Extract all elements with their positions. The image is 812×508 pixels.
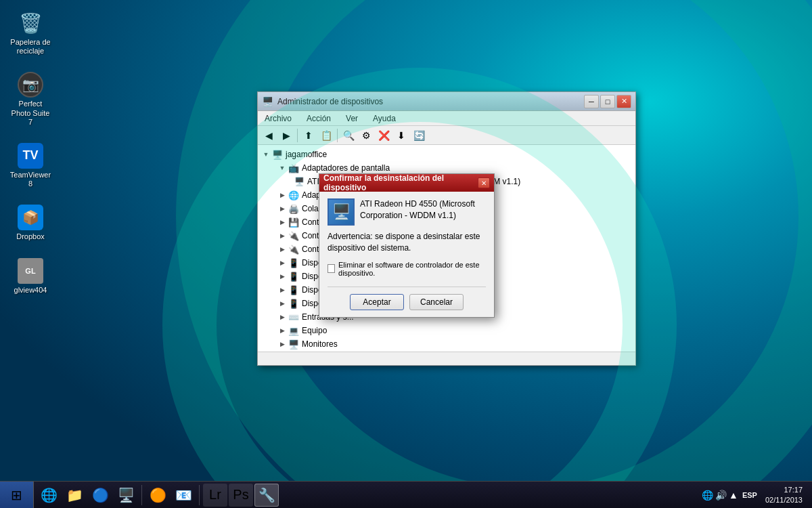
taskbar-clock[interactable]: 17:17 02/11/2013 <box>761 485 807 505</box>
teamviewer-label: TeamViewer 8 <box>9 171 51 188</box>
taskbar-ie[interactable]: 🌐 <box>37 484 61 507</box>
dialog-titlebar[interactable]: Confirmar la desinstalación del disposit… <box>319 174 494 192</box>
device-manager-window: 🖥️ Administrador de dispositivos ─ □ ✕ A… <box>257 91 636 366</box>
taskbar-language[interactable]: ESP <box>742 491 757 499</box>
device-icon: 🖥️ <box>328 198 355 226</box>
dialog-close-button[interactable]: ✕ <box>478 177 490 188</box>
desktop-icons: 🗑️ Papelera de reciclaje 📷 Perfect Photo… <box>7 7 54 297</box>
accept-button[interactable]: Aceptar <box>350 294 404 310</box>
dialog-buttons: Aceptar Cancelar <box>328 294 486 310</box>
tray-action-center[interactable]: ▲ <box>729 490 738 501</box>
glview-label: glview404 <box>14 286 47 295</box>
taskbar-sep-1 <box>141 485 142 505</box>
dialog-separator <box>328 287 486 287</box>
clock-time: 17:17 <box>784 485 803 494</box>
taskbar-outlook[interactable]: 📧 <box>171 484 196 507</box>
glview-desktop-icon[interactable]: GL glview404 <box>7 255 54 297</box>
taskbar-explorer[interactable]: 🖥️ <box>114 484 138 507</box>
tray-volume-icon[interactable]: 🔊 <box>715 490 727 501</box>
taskbar: ⊞ 🌐 📁 🔵 🖥️ 🟠 📧 Lr Ps 🔧 🌐 🔊 ▲ ESP 17:17 <box>0 481 812 508</box>
recycle-bin-icon[interactable]: 🗑️ Papelera de reciclaje <box>7 7 54 58</box>
dialog-overlay: Confirmar la desinstalación del disposit… <box>258 92 635 365</box>
taskbar-msn[interactable]: 🟠 <box>145 484 170 507</box>
taskbar-apps: 🌐 📁 🔵 🖥️ 🟠 📧 Lr Ps 🔧 <box>34 484 696 507</box>
taskbar-chrome[interactable]: 🔵 <box>88 484 112 507</box>
perfect-photo-label: Perfect Photo Suite 7 <box>9 100 51 127</box>
dialog-checkbox-row: Eliminar el software de controlador de e… <box>328 261 486 277</box>
taskbar-folder[interactable]: 📁 <box>62 484 87 507</box>
dropbox-desktop-icon[interactable]: 📦 Dropbox <box>7 201 54 244</box>
perfect-photo-icon[interactable]: 📷 Perfect Photo Suite 7 <box>7 68 54 129</box>
dialog-body: 🖥️ ATI Radeon HD 4550 (Microsoft Corpora… <box>319 192 494 317</box>
taskbar-lightroom[interactable]: Lr <box>203 484 227 507</box>
clock-date: 02/11/2013 <box>765 495 803 505</box>
dropbox-label: Dropbox <box>16 232 45 241</box>
start-icon: ⊞ <box>11 487 22 503</box>
dialog-warning-text: Advertencia: se dispone a desinstalar es… <box>328 231 486 254</box>
delete-driver-checkbox[interactable] <box>328 264 335 273</box>
dialog-device-info: 🖥️ ATI Radeon HD 4550 (Microsoft Corpora… <box>328 198 486 226</box>
desktop: 🗑️ Papelera de reciclaje 📷 Perfect Photo… <box>0 0 812 508</box>
taskbar-right: 🌐 🔊 ▲ ESP 17:17 02/11/2013 <box>696 485 812 505</box>
recycle-bin-label: Papelera de reciclaje <box>9 38 51 56</box>
delete-driver-label[interactable]: Eliminar el software de controlador de e… <box>338 261 486 277</box>
teamviewer-desktop-icon[interactable]: TV TeamViewer 8 <box>7 140 54 191</box>
dialog-device-name: ATI Radeon HD 4550 (Microsoft Corporatio… <box>360 198 486 221</box>
start-button[interactable]: ⊞ <box>0 482 34 509</box>
tray-network-icon[interactable]: 🌐 <box>702 490 713 501</box>
cancel-button[interactable]: Cancelar <box>409 294 464 310</box>
taskbar-devmgr[interactable]: 🔧 <box>254 484 279 507</box>
taskbar-tray: 🌐 🔊 ▲ <box>702 490 738 501</box>
taskbar-sep-2 <box>199 485 200 505</box>
taskbar-photoshop[interactable]: Ps <box>229 484 253 507</box>
uninstall-dialog: Confirmar la desinstalación del disposit… <box>319 173 495 318</box>
dialog-title-text: Confirmar la desinstalación del disposit… <box>323 173 478 192</box>
